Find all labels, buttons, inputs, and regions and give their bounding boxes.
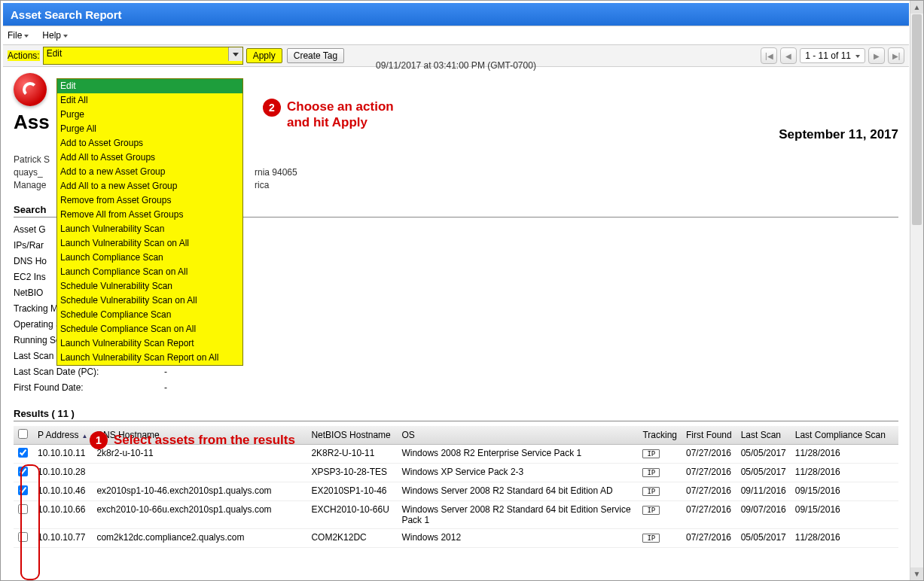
cell-ip: 10.10.10.66 [33,501,92,529]
qualys-logo-icon [14,73,47,106]
chevron-down-icon [228,47,242,61]
dropdown-item[interactable]: Schedule Compliance Scan [57,308,242,322]
os-scrollbar[interactable]: ▲ ▼ [910,1,923,580]
dropdown-item[interactable]: Purge All [57,122,242,136]
dropdown-item[interactable]: Schedule Compliance Scan on All [57,322,242,336]
dropdown-item[interactable]: Purge [57,108,242,122]
cell-ip: 10.10.10.77 [33,529,92,548]
dropdown-item[interactable]: Remove from Asset Groups [57,193,242,208]
cell-first-found: 07/27/2016 [682,529,736,548]
actions-label: Actions: [8,50,40,61]
cell-last-scan: 05/05/2017 [736,529,791,548]
results-header: Results ( 11 ) [14,408,898,421]
select-all-checkbox[interactable] [18,429,28,439]
cell-last-scan: 09/11/2016 [736,482,791,501]
window-title-bar: Asset Search Report [3,3,909,26]
tracking-badge[interactable]: IP [642,534,660,543]
scroll-up-icon[interactable]: ▲ [910,1,923,14]
criteria-row: Last Scan Date (PC):- [14,364,898,380]
cell-first-found: 07/27/2016 [682,482,736,501]
dropdown-item[interactable]: Edit [57,79,242,93]
callout-step2-number: 2 [263,99,281,117]
scroll-thumb[interactable] [912,14,922,225]
col-tracking[interactable]: Tracking [638,426,682,445]
cell-os: Windows 2008 R2 Enterprise Service Pack … [397,445,638,464]
dropdown-item[interactable]: Edit All [57,93,242,108]
dropdown-item[interactable]: Add All to Asset Groups [57,151,242,165]
cell-last-scan: 09/07/2016 [736,501,791,529]
dropdown-item[interactable]: Add to Asset Groups [57,136,242,151]
dropdown-item[interactable]: Add All to a new Asset Group [57,179,242,193]
cell-dns: com2k12dc.compliance2.qualys.com [92,529,306,548]
cell-dns: ex2010sp1-10-46.exch2010sp1.qualys.com [92,482,306,501]
tracking-badge[interactable]: IP [642,468,660,477]
col-ip[interactable]: P Address [33,426,92,445]
dropdown-item[interactable]: Launch Compliance Scan [57,251,242,265]
cell-os: Windows 2012 [397,529,638,548]
cell-ip: 10.10.10.11 [33,445,92,464]
dropdown-item[interactable]: Schedule Vulnerability Scan on All [57,294,242,308]
actions-dropdown[interactable]: EditEdit AllPurgePurge AllAdd to Asset G… [56,78,243,366]
cell-first-found: 07/27/2016 [682,464,736,482]
cell-ip: 10.10.10.46 [33,482,92,501]
cell-os: Windows Server 2008 R2 Standard 64 bit E… [397,501,638,529]
table-row[interactable]: 10.10.10.28XPSP3-10-28-TESWindows XP Ser… [14,464,898,482]
cell-netbios: XPSP3-10-28-TES [306,464,397,482]
dropdown-item[interactable]: Launch Vulnerability Scan Report on All [57,351,242,365]
report-date: September 11, 2017 [779,127,898,142]
tracking-badge[interactable]: IP [642,506,660,515]
report-timestamp: 09/11/2017 at 03:41:00 PM (GMT-0700) [14,60,898,71]
callout-step1-number: 1 [90,431,108,449]
dropdown-item[interactable]: Launch Vulnerability Scan on All [57,236,242,251]
col-last-scan[interactable]: Last Scan [736,426,791,445]
cell-first-found: 07/27/2016 [682,445,736,464]
dropdown-item[interactable]: Launch Compliance Scan on All [57,265,242,279]
cell-dns: exch2010-10-66u.exch2010sp1.qualys.com [92,501,306,529]
cell-dns [92,464,306,482]
window-title: Asset Search Report [11,8,122,21]
cell-last-scan: 05/05/2017 [736,464,791,482]
menu-file[interactable]: File [8,30,29,41]
cell-last-comp: 11/28/2016 [791,464,898,482]
col-last-comp[interactable]: Last Compliance Scan [791,426,898,445]
dropdown-item[interactable]: Add to a new Asset Group [57,165,242,179]
callout-step1-ring [20,464,40,580]
row-checkbox[interactable] [18,448,28,458]
scroll-down-icon[interactable]: ▼ [910,567,923,580]
callout-step2: 2 Choose an action and hit Apply [263,99,394,130]
cell-last-comp: 09/15/2016 [791,482,898,501]
menu-bar: File Help [3,26,909,45]
cell-last-comp: 11/28/2016 [791,445,898,464]
col-netbios[interactable]: NetBIOS Hostname [306,426,397,445]
cell-netbios: EXCH2010-10-66U [306,501,397,529]
dropdown-item[interactable]: Schedule Vulnerability Scan [57,279,242,294]
col-first-found[interactable]: First Found [682,426,736,445]
cell-os: Windows Server 2008 R2 Standard 64 bit E… [397,482,638,501]
tracking-badge[interactable]: IP [642,487,660,496]
criteria-row: First Found Date:- [14,380,898,396]
actions-select-value: Edit [47,48,63,59]
cell-netbios: EX2010SP1-10-46 [306,482,397,501]
tracking-badge[interactable]: IP [642,449,660,458]
table-row[interactable]: 10.10.10.77com2k12dc.compliance2.qualys.… [14,529,898,548]
menu-help[interactable]: Help [42,30,68,41]
col-os[interactable]: OS [397,426,638,445]
cell-last-scan: 05/05/2017 [736,445,791,464]
cell-first-found: 07/27/2016 [682,501,736,529]
cell-netbios: COM2K12DC [306,529,397,548]
cell-last-comp: 09/15/2016 [791,501,898,529]
cell-netbios: 2K8R2-U-10-11 [306,445,397,464]
dropdown-item[interactable]: Launch Vulnerability Scan [57,222,242,236]
cell-os: Windows XP Service Pack 2-3 [397,464,638,482]
dropdown-item[interactable]: Launch Vulnerability Scan Report [57,336,242,351]
dropdown-item[interactable]: Remove All from Asset Groups [57,208,242,222]
callout-step1: 1 Select assets from the results [90,431,295,449]
table-row[interactable]: 10.10.10.66exch2010-10-66u.exch2010sp1.q… [14,501,898,529]
cell-last-comp: 11/28/2016 [791,529,898,548]
cell-ip: 10.10.10.28 [33,464,92,482]
table-row[interactable]: 10.10.10.46ex2010sp1-10-46.exch2010sp1.q… [14,482,898,501]
